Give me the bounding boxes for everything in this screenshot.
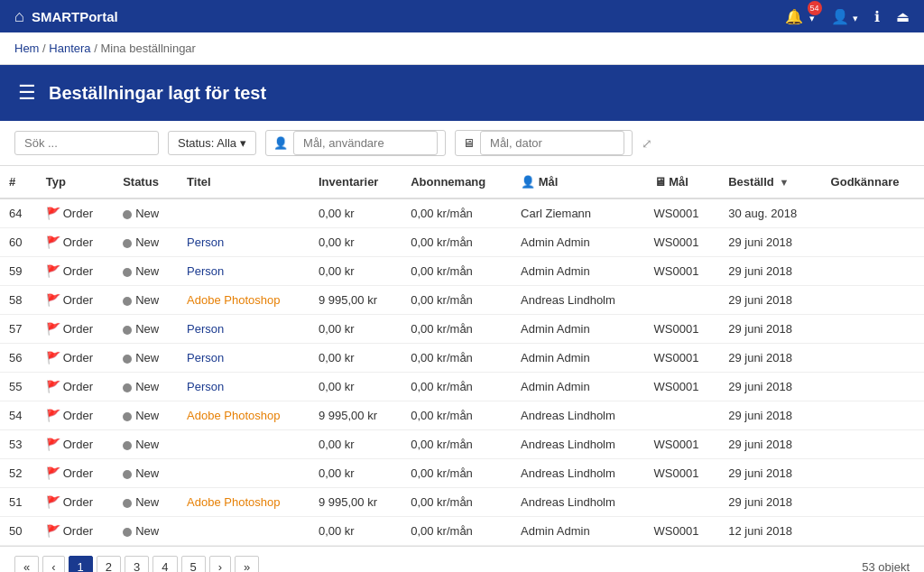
titel-link[interactable]: Adobe Photoshop	[187, 409, 280, 422]
sort-icon: ▼	[779, 177, 789, 188]
cell-mal-user: Admin Admin	[512, 517, 645, 546]
titel-link[interactable]: Adobe Photoshop	[187, 293, 280, 307]
titel-link[interactable]: Person	[187, 322, 224, 336]
cell-godkannare	[822, 517, 924, 546]
cell-id: 59	[0, 257, 37, 286]
search-input[interactable]	[14, 131, 159, 155]
cell-inventarier: 9 995,00 kr	[310, 286, 402, 315]
col-godkannare: Godkännare	[822, 166, 924, 198]
cell-typ: 🚩Order	[37, 488, 114, 517]
cell-id: 52	[0, 459, 37, 488]
table-row: 52🚩OrderNew0,00 kr0,00 kr/månAndreas Lin…	[0, 459, 924, 488]
cell-id: 56	[0, 344, 37, 373]
cell-betalld: 29 juni 2018	[719, 430, 821, 459]
status-dropdown-arrow: ▾	[240, 136, 246, 150]
breadcrumb-current: Mina beställningar	[100, 42, 196, 55]
cell-typ: 🚩Order	[37, 344, 114, 373]
breadcrumb-hantera[interactable]: Hantera	[49, 42, 90, 55]
cell-inventarier: 9 995,00 kr	[310, 401, 402, 430]
page-1-button[interactable]: 1	[69, 556, 93, 572]
page-last-button[interactable]: »	[235, 556, 259, 572]
cell-mal-dator: WS0001	[645, 517, 720, 546]
cell-mal-dator: WS0001	[645, 344, 720, 373]
info-icon-button[interactable]: ℹ	[874, 8, 880, 25]
cell-titel[interactable]: Person	[178, 257, 310, 286]
titel-link[interactable]: Person	[187, 235, 224, 249]
cell-godkannare	[822, 401, 924, 430]
cell-id: 60	[0, 228, 37, 257]
breadcrumb-home[interactable]: Hem	[14, 42, 39, 55]
cell-godkannare	[822, 344, 924, 373]
order-flag-icon: 🚩	[46, 438, 60, 451]
titel-link[interactable]: Person	[187, 264, 224, 278]
logout-icon-button[interactable]: ⏏	[896, 8, 910, 25]
cell-mal-dator: WS0001	[645, 315, 720, 344]
cell-titel	[178, 198, 310, 228]
cell-godkannare	[822, 228, 924, 257]
cell-titel[interactable]: Person	[178, 228, 310, 257]
cell-typ: 🚩Order	[37, 401, 114, 430]
cell-betalld: 29 juni 2018	[719, 315, 821, 344]
cell-inventarier: 0,00 kr	[310, 459, 402, 488]
table-row: 51🚩OrderNewAdobe Photoshop9 995,00 kr0,0…	[0, 488, 924, 517]
status-label: Status: Alla	[178, 136, 236, 150]
cell-status: New	[114, 315, 178, 344]
page-3-button[interactable]: 3	[125, 556, 149, 572]
order-flag-icon: 🚩	[46, 264, 60, 278]
cell-mal-user: Andreas Lindholm	[512, 488, 645, 517]
table-row: 60🚩OrderNewPerson0,00 kr0,00 kr/månAdmin…	[0, 228, 924, 257]
page-next-button[interactable]: ›	[209, 556, 231, 572]
device-filter-input[interactable]	[480, 131, 624, 155]
cell-titel[interactable]: Person	[178, 315, 310, 344]
titel-link[interactable]: Person	[187, 351, 224, 364]
page-prev-button[interactable]: ‹	[42, 556, 64, 572]
user-filter-input[interactable]	[293, 131, 438, 155]
info-icon: ℹ	[874, 9, 880, 24]
user-filter-icon: 👤	[273, 136, 288, 150]
cell-inventarier: 0,00 kr	[310, 228, 402, 257]
user-icon: 👤	[831, 9, 849, 24]
cell-mal-dator: WS0001	[645, 373, 720, 401]
cell-inventarier: 9 995,00 kr	[310, 488, 402, 517]
page-2-button[interactable]: 2	[97, 556, 121, 572]
user-icon-button[interactable]: 👤 ▾	[831, 8, 858, 25]
cell-titel[interactable]: Adobe Photoshop	[178, 488, 310, 517]
cell-abonnemang: 0,00 kr/mån	[402, 315, 512, 344]
titel-link[interactable]: Adobe Photoshop	[187, 495, 280, 509]
cell-titel[interactable]: Person	[178, 344, 310, 373]
device-filter-wrap: 🖥	[455, 130, 633, 156]
col-abonnemang: Abonnemang	[402, 166, 512, 198]
titel-link[interactable]: Person	[187, 380, 224, 393]
page-first-button[interactable]: «	[14, 556, 39, 572]
cell-mal-dator	[645, 488, 720, 517]
cell-abonnemang: 0,00 kr/mån	[402, 430, 512, 459]
table-row: 58🚩OrderNewAdobe Photoshop9 995,00 kr0,0…	[0, 286, 924, 315]
col-betalld[interactable]: Beställd ▼	[719, 166, 821, 198]
order-flag-icon: 🚩	[46, 466, 60, 480]
order-flag-icon: 🚩	[46, 322, 60, 336]
cell-id: 50	[0, 517, 37, 546]
cell-betalld: 29 juni 2018	[719, 459, 821, 488]
cell-abonnemang: 0,00 kr/mån	[402, 401, 512, 430]
page-5-button[interactable]: 5	[181, 556, 206, 572]
cell-titel[interactable]: Person	[178, 373, 310, 401]
cell-id: 64	[0, 198, 37, 228]
status-dot-icon	[123, 297, 132, 306]
page-4-button[interactable]: 4	[152, 556, 177, 572]
status-filter-button[interactable]: Status: Alla ▾	[168, 131, 256, 155]
cell-betalld: 12 juni 2018	[719, 517, 821, 546]
cell-mal-dator: WS0001	[645, 430, 720, 459]
cell-titel[interactable]: Adobe Photoshop	[178, 286, 310, 315]
cell-titel[interactable]: Adobe Photoshop	[178, 401, 310, 430]
cell-typ: 🚩Order	[37, 257, 114, 286]
bell-icon-button[interactable]: 🔔 54 ▾	[785, 8, 814, 25]
table-header-row: # Typ Status Titel Inventarier Abonneman…	[0, 166, 924, 198]
cell-mal-user: Andreas Lindholm	[512, 459, 645, 488]
cell-abonnemang: 0,00 kr/mån	[402, 228, 512, 257]
page-header: ☰ Beställningar lagt för test	[0, 65, 924, 121]
clear-filter-icon[interactable]: ⤢	[642, 136, 652, 151]
cell-status: New	[114, 401, 178, 430]
cell-typ: 🚩Order	[37, 373, 114, 401]
col-status: Status	[114, 166, 178, 198]
cell-id: 58	[0, 286, 37, 315]
